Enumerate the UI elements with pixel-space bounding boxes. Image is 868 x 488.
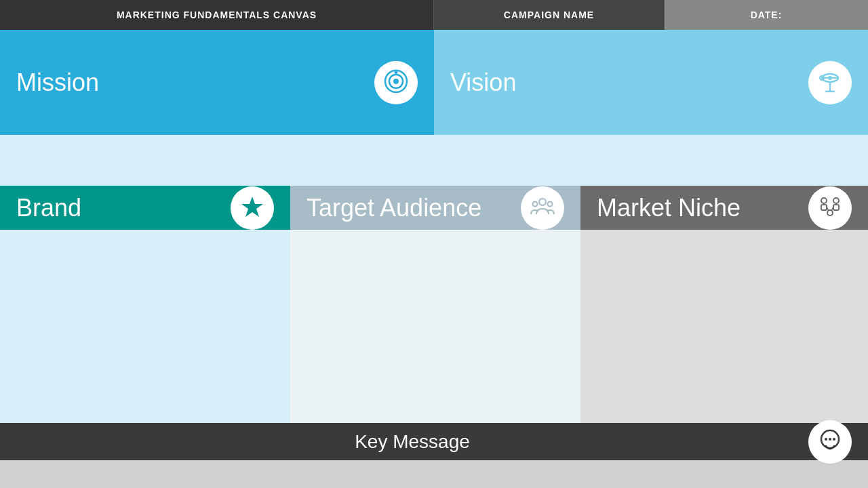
svg-point-2: [393, 79, 399, 84]
brand-content: [0, 230, 290, 423]
market-niche-content: [580, 230, 868, 423]
svg-point-12: [539, 199, 546, 205]
people-icon-circle: [521, 186, 564, 230]
chat-icon: [817, 428, 843, 456]
canvas-title-section: MARKETING FUNDAMENTALS CANVAS: [0, 0, 434, 30]
svg-rect-18: [833, 205, 839, 210]
niche-icon-circle: [808, 186, 852, 230]
star-icon-circle: [231, 186, 274, 230]
svg-point-17: [833, 198, 839, 203]
brand-section: Brand: [0, 186, 290, 230]
key-message-title: Key Message: [16, 431, 808, 453]
telescope-icon-circle: [808, 61, 852, 104]
brand-row: Brand Target Audience: [0, 186, 868, 230]
svg-point-25: [833, 438, 835, 441]
mission-section: Mission: [0, 30, 434, 135]
svg-rect-16: [821, 205, 827, 210]
svg-point-14: [548, 201, 553, 206]
date-section: DATE:: [665, 0, 868, 30]
top-bar: MARKETING FUNDAMENTALS CANVAS CAMPAIGN N…: [0, 0, 868, 30]
key-message-row: Key Message: [0, 423, 868, 460]
campaign-name-section: CAMPAIGN NAME: [434, 0, 665, 30]
market-niche-title: Market Niche: [597, 194, 741, 222]
svg-marker-11: [241, 197, 263, 217]
brand-title: Brand: [16, 194, 81, 222]
svg-point-15: [821, 198, 827, 203]
brand-content-row: [0, 230, 868, 423]
niche-icon: [817, 194, 843, 222]
target-audience-title: Target Audience: [307, 194, 481, 222]
vision-content: [434, 135, 868, 186]
svg-point-19: [827, 210, 833, 216]
campaign-name-label: CAMPAIGN NAME: [504, 9, 594, 20]
market-niche-section: Market Niche: [580, 186, 868, 230]
target-audience-section: Target Audience: [290, 186, 580, 230]
vision-section: Vision: [434, 30, 868, 135]
people-icon: [530, 194, 555, 222]
canvas-title: MARKETING FUNDAMENTALS CANVAS: [117, 9, 317, 20]
target-icon: [383, 68, 409, 97]
mission-title: Mission: [16, 68, 99, 97]
telescope-icon: [817, 68, 843, 97]
mission-vision-row: Mission Vision: [0, 30, 868, 135]
svg-point-24: [829, 438, 831, 441]
date-label: DATE:: [751, 9, 783, 20]
svg-point-13: [533, 201, 538, 206]
mission-vision-content-row: [0, 135, 868, 186]
svg-point-23: [825, 438, 827, 441]
target-audience-content: [290, 230, 580, 423]
target-icon-circle: [374, 61, 418, 104]
vision-title: Vision: [450, 68, 516, 97]
key-message-content: [0, 460, 868, 488]
chat-icon-circle: [808, 420, 852, 464]
mission-content: [0, 135, 434, 186]
star-icon: [239, 194, 265, 222]
